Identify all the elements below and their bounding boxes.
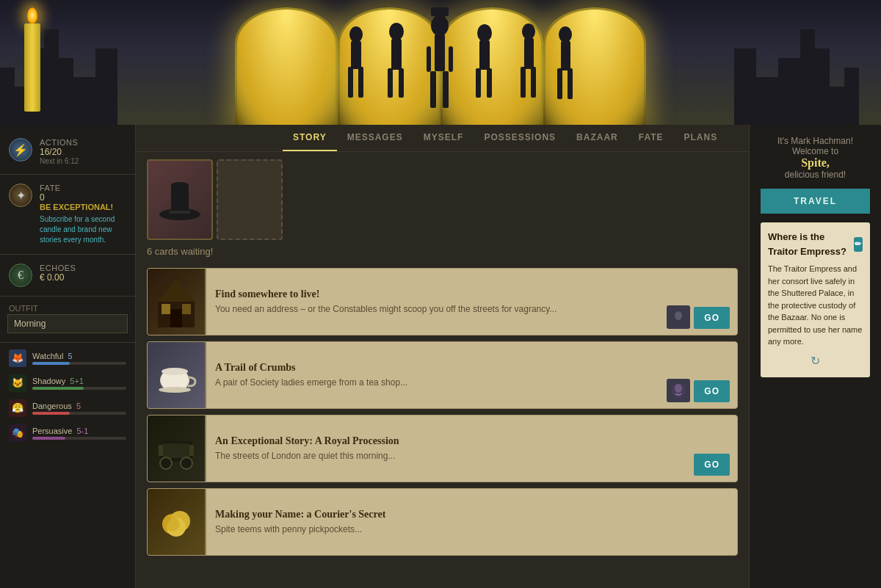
story-desc-2: A pair of Society ladies emerge from a t… (215, 377, 650, 389)
story-thumb-coins (148, 489, 206, 555)
fate-block: ✦ Fate 0 BE EXCEPTIONAL! Subscribe for a… (0, 178, 135, 251)
svg-rect-46 (163, 443, 189, 458)
svg-rect-31 (170, 211, 190, 214)
attr-dangerous: 😤 Dangerous 5 (0, 396, 135, 421)
persuasive-bar-fill (32, 437, 65, 440)
dangerous-bar-bg (32, 412, 126, 415)
svg-rect-13 (351, 41, 361, 69)
actions-icon: ⚡ (9, 138, 32, 161)
shadowy-label: Shadowy 5+1 (32, 377, 126, 385)
svg-point-41 (162, 368, 188, 375)
welcome-text: Welcome to (761, 146, 870, 156)
svg-marker-33 (158, 280, 195, 302)
svg-rect-35 (162, 304, 170, 314)
svg-rect-22 (521, 67, 526, 98)
svg-point-38 (675, 311, 682, 320)
cards-section: 6 cards waiting! (147, 159, 738, 257)
info-card-body: The Traitor Empress and her consort live… (768, 263, 863, 348)
svg-point-12 (349, 26, 363, 43)
attr-watchful: 🦊 Watchful 5 (0, 346, 135, 371)
svg-rect-19 (487, 68, 492, 98)
nav-myself[interactable]: MYSELF (413, 125, 474, 151)
fate-label: Fate (40, 184, 126, 192)
refresh-icon[interactable]: ↻ (768, 352, 863, 370)
story-content-3: An Exceptional Story: A Royal Procession… (206, 415, 686, 482)
persuasive-bar-bg (32, 437, 126, 440)
svg-rect-26 (557, 68, 562, 99)
edit-icon[interactable]: ✏ (854, 237, 863, 252)
story-thumb-carriage (148, 415, 206, 482)
actions-label: Actions (40, 138, 126, 147)
svg-rect-29 (171, 185, 189, 214)
svg-point-54 (165, 517, 180, 531)
watchful-bar-bg (32, 362, 126, 365)
divider-2 (0, 254, 135, 255)
divider-3 (0, 296, 135, 297)
dangerous-icon: 😤 (9, 399, 26, 417)
card-blank (217, 159, 283, 240)
be-exceptional-text: BE EXCEPTIONAL! (40, 203, 126, 211)
nav-bar: STORY MESSAGES MYSELF POSSESSIONS BAZAAR… (136, 125, 749, 152)
subscribe-text[interactable]: Subscribe for a second candle and brand … (40, 214, 126, 245)
go-button-2[interactable]: GO (694, 380, 730, 402)
divider-4 (0, 342, 135, 343)
friend-text: delicious friend! (761, 170, 870, 180)
svg-rect-10 (388, 68, 393, 98)
divider-1 (0, 174, 135, 175)
go-button-3[interactable]: GO (694, 454, 730, 476)
outfit-select[interactable]: Morning (7, 314, 128, 333)
nav-bazaar[interactable]: BAZAAR (566, 125, 628, 151)
travel-button[interactable]: TRAVEL (761, 189, 870, 214)
nav-fate[interactable]: FATE (628, 125, 674, 151)
svg-rect-17 (479, 40, 490, 70)
story-item-3: An Exceptional Story: A Royal Procession… (147, 415, 738, 482)
story-actions-1: GO (659, 269, 737, 335)
svg-rect-27 (568, 68, 573, 99)
story-actions-3: GO (686, 415, 737, 482)
persuasive-icon: 🎭 (9, 424, 26, 442)
fate-icon: ✦ (9, 184, 32, 207)
svg-point-16 (477, 24, 492, 42)
watchful-label: Watchful 5 (32, 352, 126, 360)
actions-value: 16/20 (40, 147, 126, 157)
nav-messages[interactable]: MESSAGES (337, 125, 413, 151)
card-hat[interactable] (147, 159, 213, 240)
go-button-1[interactable]: GO (694, 307, 730, 329)
candle-flame (27, 7, 37, 23)
shadowy-bar-bg (32, 387, 126, 390)
story-content-4: Making your Name: a Courier's Secret Spi… (206, 489, 722, 555)
story-title-2: A Trail of Crumbs (215, 362, 650, 374)
svg-rect-23 (531, 67, 536, 98)
story-desc-1: You need an address – or the Constables … (215, 303, 650, 316)
story-thumb-house (148, 269, 206, 335)
story-action-icon-2 (667, 379, 690, 402)
banner (0, 0, 881, 125)
hat-card-image (158, 174, 202, 225)
svg-rect-9 (391, 39, 402, 70)
welcome-block: It's Mark Hachman! Welcome to Spite, del… (761, 136, 870, 180)
right-panel: It's Mark Hachman! Welcome to Spite, del… (749, 125, 881, 588)
svg-point-42 (159, 387, 191, 393)
svg-rect-36 (182, 304, 191, 314)
shadowy-bar-fill (32, 387, 84, 390)
candle-decoration (21, 7, 44, 117)
actions-block: ⚡ Actions 16/20 Next in 6:12 (0, 132, 135, 171)
echoes-block: € Echoes € 0.00 (0, 258, 135, 293)
candle-body (24, 23, 40, 112)
echoes-value: € 0.00 (40, 272, 126, 283)
attr-shadowy: 🐱 Shadowy 5+1 (0, 371, 135, 396)
info-card: Where is the Traitor Empress? ✏ The Trai… (761, 222, 870, 377)
svg-point-30 (171, 182, 189, 188)
nav-story[interactable]: STORY (283, 125, 337, 151)
svg-point-8 (389, 23, 404, 40)
story-title-3: An Exceptional Story: A Royal Procession (215, 435, 678, 447)
svg-rect-49 (159, 445, 163, 456)
attr-persuasive: 🎭 Persuasive 5-1 (0, 421, 135, 446)
nav-plans[interactable]: PLANS (674, 125, 728, 151)
story-title-4: Making your Name: a Courier's Secret (215, 509, 714, 520)
svg-rect-1 (431, 7, 449, 16)
nav-possessions[interactable]: POSSESSIONS (474, 125, 566, 151)
svg-point-20 (522, 23, 535, 40)
svg-point-2 (431, 15, 449, 36)
svg-rect-6 (427, 46, 431, 72)
